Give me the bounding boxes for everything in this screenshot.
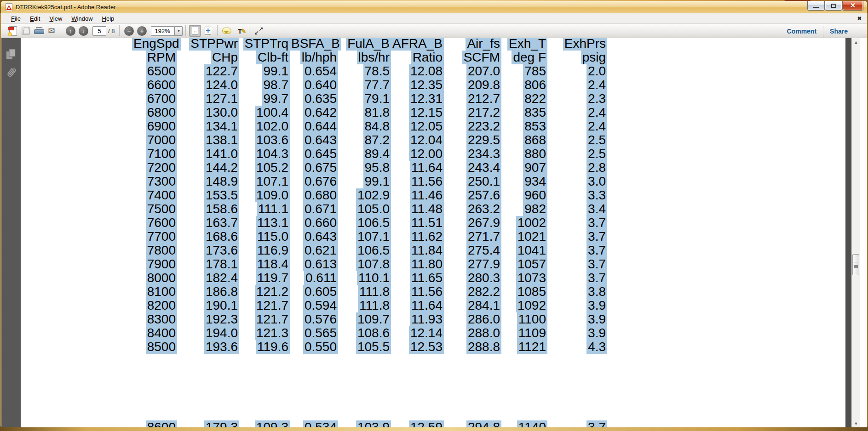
table-cell[interactable]: 3.4 [547,202,607,216]
table-cell[interactable]: 8300 [132,312,177,326]
table-cell[interactable]: 280.3 [444,271,501,285]
table-cell[interactable]: 99.7 [239,92,290,106]
table-cell[interactable]: 12.35 [391,78,444,92]
table-cell[interactable]: 907 [501,161,547,175]
maximize-button[interactable] [825,1,842,11]
table-cell[interactable]: 6500 [132,64,177,78]
table-cell[interactable]: 1121 [501,340,547,354]
table-cell[interactable]: 6700 [132,92,177,106]
table-cell[interactable]: 95.8 [338,161,391,175]
table-cell[interactable]: 173.6 [177,244,239,257]
table-cell[interactable]: 3.9 [547,326,607,340]
close-button[interactable]: ✕ [842,1,863,11]
table-cell[interactable]: 108.6 [338,326,391,340]
table-cell[interactable]: 785 [501,64,547,78]
table-cell[interactable]: CHp [177,51,239,64]
table-cell[interactable]: 130.0 [177,106,239,119]
table-cell[interactable]: 1041 [501,244,547,257]
table-cell[interactable]: 122.7 [177,64,239,78]
table-cell[interactable]: 0.654 [290,64,338,78]
scrolling-mode-button[interactable]: ↔ [189,25,201,37]
table-cell[interactable]: 168.6 [177,230,239,244]
table-cell[interactable]: 11.64 [391,161,444,175]
table-cell[interactable]: 0.611 [290,271,338,285]
table-cell[interactable]: 0.643 [290,230,338,244]
table-cell[interactable]: AFRA_B [391,38,444,51]
table-cell[interactable]: 267.9 [444,216,501,230]
table-cell[interactable]: 277.9 [444,257,501,271]
table-cell[interactable]: 103.9 [338,420,391,427]
table-cell[interactable]: 121.3 [239,326,290,340]
table-cell[interactable]: deg F [501,51,547,64]
table-cell[interactable]: lb/hph [290,51,338,64]
table-cell[interactable]: 107.8 [338,257,391,271]
table-cell[interactable]: 982 [501,202,547,216]
fullscreen-button[interactable]: ↗↙ [253,25,264,37]
table-cell[interactable]: 103.6 [239,133,290,147]
table-cell[interactable]: 1092 [501,299,547,312]
table-cell[interactable]: 0.644 [290,119,338,133]
table-cell[interactable]: 6900 [132,119,177,133]
table-cell[interactable]: 0.640 [290,78,338,92]
page-number-input[interactable]: 5 [92,26,106,36]
table-cell[interactable]: 0.550 [290,340,338,354]
table-cell[interactable]: 11.56 [391,285,444,299]
table-cell[interactable]: RPM [132,51,177,64]
menubar-close-icon[interactable]: ✖ [857,16,862,22]
table-cell[interactable]: 880 [501,147,547,161]
table-cell[interactable]: 11.80 [391,257,444,271]
table-cell[interactable]: 2.4 [547,119,607,133]
table-cell[interactable]: 2.5 [547,147,607,161]
table-cell[interactable]: 0.565 [290,326,338,340]
table-cell[interactable]: Clb-ft [239,51,290,64]
table-cell[interactable]: 193.6 [177,340,239,354]
table-cell[interactable]: 229.5 [444,133,501,147]
table-cell[interactable]: 3.7 [547,216,607,230]
table-cell[interactable]: 7500 [132,202,177,216]
table-cell[interactable]: STPPwr [177,38,239,51]
table-cell[interactable]: 288.8 [444,340,501,354]
table-cell[interactable]: 158.6 [177,202,239,216]
table-cell[interactable]: 186.8 [177,285,239,299]
open-button[interactable] [7,25,19,37]
table-cell[interactable]: 3.9 [547,299,607,312]
share-panel-button[interactable]: Share [823,28,854,35]
table-cell[interactable]: 111.1 [239,202,290,216]
table-cell[interactable]: 11.48 [391,202,444,216]
vertical-scrollbar[interactable]: ▲ ▼ [851,38,860,427]
table-cell[interactable]: 0.613 [290,257,338,271]
fit-page-button[interactable]: ✛ [202,25,214,37]
table-cell[interactable]: 2.0 [547,64,607,78]
comment-bubble-button[interactable] [221,25,233,37]
table-cell[interactable]: 217.2 [444,106,501,119]
previous-page-button[interactable]: ↑ [64,25,76,37]
table-cell[interactable]: 190.1 [177,299,239,312]
table-cell[interactable]: 107.1 [338,230,391,244]
table-cell[interactable]: 12.14 [391,326,444,340]
table-cell[interactable]: 7600 [132,216,177,230]
menu-edit[interactable]: Edit [25,14,45,23]
table-cell[interactable]: 257.6 [444,188,501,202]
table-cell[interactable]: psig [547,51,607,64]
table-cell[interactable]: 1021 [501,230,547,244]
table-cell[interactable]: 107.1 [239,175,290,188]
table-cell[interactable]: 288.0 [444,326,501,340]
table-cell[interactable]: 3.7 [547,230,607,244]
table-cell[interactable]: 12.59 [391,420,444,427]
table-cell[interactable]: 207.0 [444,64,501,78]
table-cell[interactable]: 2.4 [547,78,607,92]
pdf-page[interactable]: EngSpdSTPPwrSTPTrqBSFA_BFulA_BAFRA_BAir_… [21,38,845,427]
table-cell[interactable]: 822 [501,92,547,106]
next-page-button[interactable]: ↓ [77,25,89,37]
attachments-paperclip-icon[interactable] [6,66,17,79]
table-cell[interactable]: 102.9 [338,188,391,202]
table-cell[interactable]: 110.1 [338,271,391,285]
table-cell[interactable]: 0.635 [290,92,338,106]
table-cell[interactable]: 0.594 [290,299,338,312]
table-cell[interactable]: 84.8 [338,119,391,133]
table-cell[interactable]: 113.1 [239,216,290,230]
table-cell[interactable]: FulA_B [338,38,391,51]
table-cell[interactable]: 1002 [501,216,547,230]
table-cell[interactable]: 99.1 [239,64,290,78]
table-cell[interactable]: 0.576 [290,312,338,326]
